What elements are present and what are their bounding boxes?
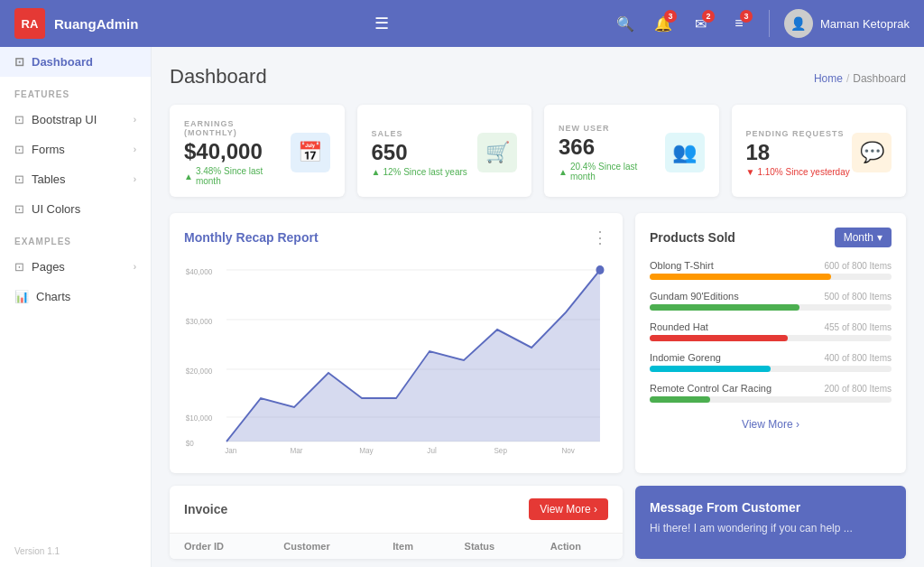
stat-change: ▼ 1.10% Since yesterday bbox=[746, 167, 850, 177]
arrow-up-icon: ▲ bbox=[559, 167, 568, 177]
chart-card: Monthly Recap Report ⋮ $40,000 $30,000 $… bbox=[170, 213, 623, 473]
stat-icon: 💬 bbox=[852, 133, 892, 172]
bell-btn[interactable]: 🔔 3 bbox=[648, 8, 679, 39]
sidebar-item-label: Dashboard bbox=[32, 55, 93, 69]
main-layout: ⊡ Dashboard FEATURES ⊡ Bootstrap UI › ⊡ … bbox=[0, 47, 924, 567]
progress-bar bbox=[650, 304, 799, 311]
month-button[interactable]: Month ▾ bbox=[835, 228, 892, 247]
svg-marker-10 bbox=[226, 270, 600, 442]
mail-btn[interactable]: ✉ 2 bbox=[686, 8, 716, 39]
product-count: 600 of 800 Items bbox=[825, 261, 892, 271]
sidebar-item-label: Tables bbox=[32, 172, 66, 186]
search-btn[interactable]: 🔍 bbox=[610, 8, 641, 39]
chevron-down-icon: ▾ bbox=[877, 231, 882, 244]
product-item: Rounded Hat 455 of 800 Items bbox=[650, 321, 892, 341]
page-title: Dashboard bbox=[170, 65, 267, 88]
col-status: Status bbox=[450, 534, 536, 560]
stat-value: 366 bbox=[559, 135, 665, 160]
svg-text:Nov: Nov bbox=[561, 446, 575, 455]
middle-row: Monthly Recap Report ⋮ $40,000 $30,000 $… bbox=[170, 213, 906, 473]
tables-icon: ⊡ bbox=[14, 172, 24, 186]
stat-value: 18 bbox=[746, 140, 850, 165]
product-item: Remote Control Car Racing 200 of 800 Ite… bbox=[650, 383, 892, 403]
progress-bg bbox=[650, 335, 892, 341]
hamburger-icon[interactable]: ☰ bbox=[374, 14, 389, 33]
svg-text:Jul: Jul bbox=[427, 446, 436, 455]
breadcrumb-home[interactable]: Home bbox=[814, 72, 843, 85]
sidebar-section-examples: EXAMPLES bbox=[0, 224, 151, 252]
dashboard-icon: ⊡ bbox=[14, 55, 24, 69]
pages-icon: ⊡ bbox=[14, 260, 24, 274]
arrow-down-icon: ▼ bbox=[746, 167, 755, 177]
sidebar-item-label: Forms bbox=[32, 143, 65, 156]
stat-card-new-user: NEW USER 366 ▲ 20.4% Since last month 👥 bbox=[544, 105, 719, 197]
product-count: 200 of 800 Items bbox=[825, 384, 892, 394]
chart-menu-icon[interactable]: ⋮ bbox=[592, 228, 608, 247]
stat-icon: 🛒 bbox=[477, 133, 517, 172]
stat-value: $40,000 bbox=[184, 139, 291, 164]
nav-user[interactable]: 👤 Maman Ketoprak bbox=[784, 9, 910, 38]
sidebar-item-label: Charts bbox=[36, 290, 70, 303]
sidebar-item-bootstrap-ui[interactable]: ⊡ Bootstrap UI › bbox=[0, 105, 151, 135]
sidebar-item-label: Pages bbox=[32, 260, 65, 274]
nav-icons: 🔍 🔔 3 ✉ 2 ≡ 3 👤 Maman Ketoprak bbox=[610, 8, 910, 39]
progress-bg bbox=[650, 304, 892, 311]
stat-icon: 📅 bbox=[291, 133, 330, 172]
breadcrumb-separator: / bbox=[846, 72, 849, 85]
list-badge: 3 bbox=[740, 10, 753, 23]
col-item: Item bbox=[378, 534, 449, 560]
bootstrap-ui-icon: ⊡ bbox=[14, 113, 24, 126]
message-title: Message From Customer bbox=[650, 500, 892, 515]
arrow-up-icon: ▲ bbox=[184, 172, 193, 181]
sidebar-item-charts[interactable]: 📊 Charts bbox=[0, 282, 151, 311]
product-count: 455 of 800 Items bbox=[825, 322, 892, 332]
progress-bg bbox=[650, 274, 892, 280]
sidebar-item-ui-colors[interactable]: ⊡ UI Colors bbox=[0, 194, 151, 224]
breadcrumb-current: Dashboard bbox=[853, 72, 906, 85]
sidebar-item-forms[interactable]: ⊡ Forms › bbox=[0, 135, 151, 164]
product-name: Remote Control Car Racing bbox=[650, 383, 772, 394]
stat-icon: 👥 bbox=[665, 133, 705, 172]
arrow-up-icon: ▲ bbox=[372, 167, 381, 177]
svg-text:$40,000: $40,000 bbox=[186, 267, 213, 276]
svg-text:$10,000: $10,000 bbox=[186, 414, 213, 423]
product-name: Indomie Goreng bbox=[650, 352, 721, 363]
svg-text:Sep: Sep bbox=[494, 446, 507, 455]
invoice-table: Order ID Customer Item Status Action bbox=[170, 533, 623, 559]
stat-cards: EARNINGS (MONTHLY) $40,000 ▲ 3.48% Since… bbox=[170, 105, 906, 197]
list-btn[interactable]: ≡ 3 bbox=[724, 8, 754, 39]
bell-badge: 3 bbox=[664, 10, 677, 23]
stat-label: PENDING REQUESTS bbox=[746, 129, 850, 138]
stat-card-earnings: EARNINGS (MONTHLY) $40,000 ▲ 3.48% Since… bbox=[170, 105, 345, 197]
svg-text:$0: $0 bbox=[186, 439, 194, 448]
message-preview: Hi there! I am wondering if you can help… bbox=[650, 522, 892, 534]
col-action: Action bbox=[536, 534, 623, 560]
product-name: Gundam 90'Editions bbox=[650, 291, 739, 302]
content-header: Dashboard Home / Dashboard bbox=[170, 65, 906, 88]
chevron-right-icon: › bbox=[134, 144, 136, 154]
product-item: Oblong T-Shirt 600 of 800 Items bbox=[650, 260, 892, 280]
sidebar: ⊡ Dashboard FEATURES ⊡ Bootstrap UI › ⊡ … bbox=[0, 47, 152, 567]
svg-text:May: May bbox=[359, 446, 374, 455]
products-view-more-link[interactable]: View More › bbox=[742, 418, 799, 431]
avatar: 👤 bbox=[784, 9, 813, 38]
stat-change: ▲ 3.48% Since last month bbox=[184, 166, 291, 186]
charts-icon: 📊 bbox=[14, 290, 29, 303]
chevron-right-icon: › bbox=[134, 262, 136, 272]
stat-label: EARNINGS (MONTHLY) bbox=[184, 119, 291, 137]
col-order-id: Order ID bbox=[170, 534, 269, 560]
products-list: Oblong T-Shirt 600 of 800 Items Gundam 9… bbox=[650, 260, 892, 403]
forms-icon: ⊡ bbox=[14, 143, 24, 156]
nav-divider bbox=[769, 10, 770, 37]
invoice-view-more-button[interactable]: View More › bbox=[529, 498, 608, 520]
search-icon: 🔍 bbox=[616, 15, 634, 33]
sidebar-item-dashboard[interactable]: ⊡ Dashboard bbox=[0, 47, 151, 77]
sidebar-item-pages[interactable]: ⊡ Pages › bbox=[0, 252, 151, 282]
sidebar-item-tables[interactable]: ⊡ Tables › bbox=[0, 164, 151, 194]
svg-text:Mar: Mar bbox=[291, 446, 303, 455]
stat-card-sales: SALES 650 ▲ 12% Since last years 🛒 bbox=[357, 105, 532, 197]
progress-bar bbox=[650, 335, 788, 341]
progress-bar bbox=[650, 366, 771, 372]
chevron-right-icon: › bbox=[134, 174, 136, 184]
progress-bar bbox=[650, 274, 831, 280]
